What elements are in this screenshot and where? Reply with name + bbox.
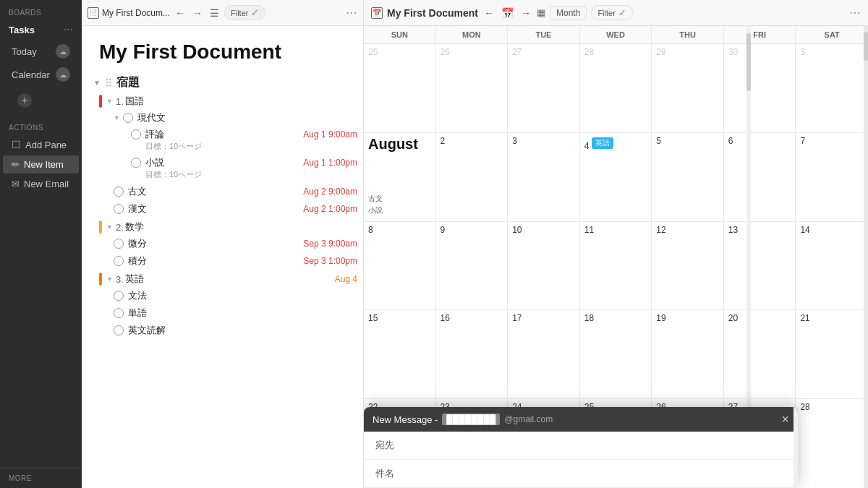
cal-toolbar-more-icon[interactable]: ⋯ [849,6,861,20]
cal-cell-aug1[interactable]: August 古文 小説 [364,133,436,221]
sidebar-item-today[interactable]: Today ☁ [3,40,79,62]
nav-back-button[interactable]: ← [173,6,187,20]
cal-cell-jul26[interactable]: 26 [436,44,509,132]
cal-cell-aug19[interactable]: 19 [652,310,724,398]
eibun-checkbox[interactable] [114,325,124,335]
modal-subject-input[interactable] [397,468,786,479]
toolbar-more-icon[interactable]: ⋯ [346,6,357,20]
day-num-5: 5 [656,136,661,146]
subsection-row-gendaibun: ▼ 現代文 [82,109,363,127]
cal-cell-aug5[interactable]: 5 [652,133,724,221]
actions-section-label: ACTIONS [0,115,82,134]
new-message-modal: New Message - ████████ @gmail.com × 宛先 件… [364,407,798,488]
calendar-cloud-icon: ☁ [56,67,70,82]
kanbun-checkbox[interactable] [114,204,124,214]
hyoron-note: 目標：10ページ [82,141,363,155]
cal-pane-title: My First Document [387,7,478,19]
hyoron-checkbox[interactable] [131,129,141,140]
day-num-jul29: 29 [656,47,665,57]
cal-cell-aug7[interactable]: 7 [796,133,868,221]
cal-cell-jul27[interactable]: 27 [508,44,580,132]
cal-cell-aug14[interactable]: 14 [796,222,868,310]
cal-cell-aug12[interactable]: 12 [652,222,724,310]
modal-subject-label: 件名 [375,467,397,480]
cal-week-1: 25 26 27 28 29 30 3 [364,44,868,133]
english-number: 3. [116,274,124,285]
sidebar-item-add-pane[interactable]: ☐ Add Pane [3,135,79,154]
subsection-english: ▼ 3. 英語 Aug 4 文法 単語 [82,270,363,339]
cal-cell-aug16[interactable]: 16 [436,310,509,398]
cal-cell-aug15[interactable]: 15 [364,310,436,398]
cal-cell-aug3[interactable]: 3 [508,133,580,221]
cal-cell-aug13[interactable]: 13 [724,222,796,310]
cal-cell-aug8[interactable]: 8 [364,222,436,310]
august-label: August [368,136,418,153]
day-num-3-partial: 3 [800,47,805,57]
shosetsu-checkbox[interactable] [131,158,141,168]
cal-nav-forward-button[interactable]: → [519,6,532,20]
section-title: 宿題 [116,75,140,90]
nav-forward-button[interactable]: → [190,6,205,20]
cal-filter-pill[interactable]: Filter ✓ [591,5,632,20]
day-num-6: 6 [728,136,733,146]
cal-cell-aug11[interactable]: 11 [580,222,652,310]
cal-nav-calendar-icon[interactable]: 📅 [500,6,515,20]
cal-cell-jul28[interactable]: 28 [580,44,652,132]
cal-scrollbar-thumb[interactable] [864,32,868,61]
cal-cell-aug17[interactable]: 17 [508,310,580,398]
add-board-button[interactable]: + [17,93,32,108]
sekibun-checkbox[interactable] [114,256,124,266]
cal-cell-aug21[interactable]: 21 [796,310,868,398]
sidebar-calendar-label: Calendar [12,69,50,80]
gendaibun-label: 現代文 [137,111,357,124]
modal-to-input[interactable] [397,440,786,451]
tango-label: 単語 [128,307,357,320]
cal-header-mon: MON [436,26,509,43]
modal-title-prefix: New Message - [373,414,438,425]
cal-grid-icon-button[interactable]: ▦ [537,7,545,18]
cal-cell-aug28[interactable]: 28 [796,399,868,488]
tasks-more-icon[interactable]: ··· [64,23,73,36]
sidebar-item-calendar[interactable]: Calendar ☁ [3,64,79,85]
cal-cell-jul25[interactable]: 25 [364,44,436,132]
gendaibun-checkbox[interactable] [123,113,133,123]
sidebar-tasks-item[interactable]: Tasks ··· [0,20,82,40]
cal-header-fri: FRI [724,26,796,43]
section-header-homework[interactable]: ▼ ⠿ 宿題 [82,72,363,93]
cal-scrollbar-track[interactable] [864,26,868,488]
cal-cell-aug3-partial[interactable]: 3 [796,44,868,132]
sidebar-item-new-item[interactable]: ✏ New Item [3,155,79,174]
cal-cell-jul30[interactable]: 30 [724,44,796,132]
day-num-2: 2 [441,136,446,146]
cal-cell-aug4[interactable]: 4 英語 [580,133,652,221]
cal-cell-aug9[interactable]: 9 [436,222,509,310]
filter-pill[interactable]: Filter ✓ [224,5,265,20]
tango-checkbox[interactable] [114,308,124,318]
task-row-kobun: 古文 Aug 2 9:00am [82,183,363,200]
task-row-kanbun: 漢文 Aug 2 1:00pm [82,200,363,218]
tasks-scroll-area[interactable]: My First Document ▼ ⠿ 宿題 ▼ 1. 国語 [82,26,363,488]
cal-cell-aug18[interactable]: 18 [580,310,652,398]
document-title: My First Document [82,26,363,72]
cal-cell-jul29[interactable]: 29 [652,44,724,132]
sidebar-item-new-email[interactable]: ✉ New Email [3,175,79,193]
kanbun-date: Aug 2 1:00pm [303,204,357,214]
cal-cell-aug20[interactable]: 20 [724,310,796,398]
filter-label: Filter [231,9,248,17]
modal-body: 宛先 件名 [364,432,798,488]
cal-cell-aug6[interactable]: 6 [724,133,796,221]
english-event-chip[interactable]: 英語 [592,137,613,149]
month-label: Month [556,8,580,18]
day-num-jul26: 26 [441,47,450,57]
bibun-checkbox[interactable] [114,239,124,249]
list-view-button[interactable]: ☰ [208,6,221,20]
cal-cell-aug10[interactable]: 10 [508,222,580,310]
kobun-checkbox[interactable] [114,187,124,197]
day-num-13: 13 [728,225,738,235]
month-view-selector[interactable]: Month [550,6,587,20]
cal-cell-aug2[interactable]: 2 [436,133,509,221]
sidebar-bottom: MORE [0,468,82,488]
bunpo-checkbox[interactable] [114,291,124,301]
cal-nav-back-button[interactable]: ← [482,6,495,20]
modal-close-button[interactable]: × [781,413,789,426]
